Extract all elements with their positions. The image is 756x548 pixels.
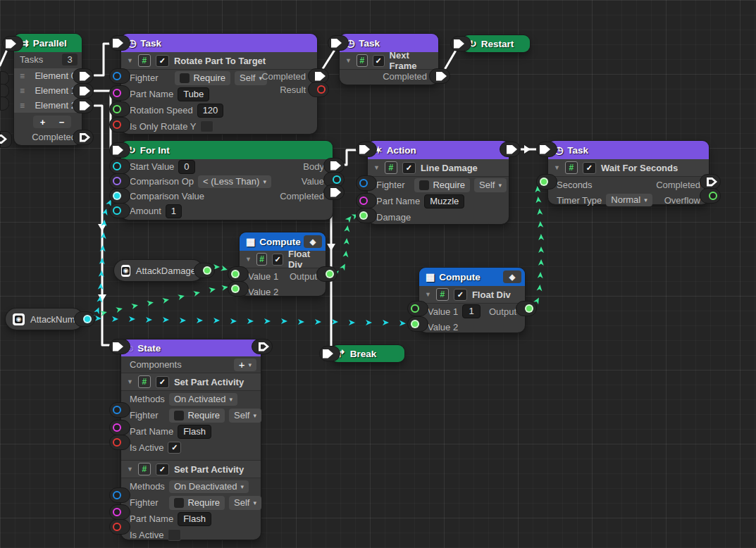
collapse-arrow-icon[interactable]: ▼ [554,164,560,171]
node-variable-attack-damage[interactable]: ◉ AttackDamage [114,260,203,281]
node-header[interactable]: ✶ Action [368,141,509,159]
require-button[interactable]: Require [169,496,225,510]
inspect-button[interactable]: ◈ [503,270,521,283]
flow-out-port[interactable] [252,339,273,354]
collapse-arrow-icon[interactable]: ▼ [127,57,133,64]
value1-port[interactable] [407,301,428,316]
overflow-out-port[interactable] [700,188,721,204]
is-only-rotate-y-checkbox[interactable] [200,120,213,132]
is-active-port[interactable] [109,435,130,450]
flow-in-port[interactable] [356,142,377,157]
self-dropdown[interactable]: Self ▾ [229,409,261,423]
node-task-next-frame[interactable]: ◷ Task ▼ # ✓ Next Frame Completed [340,34,438,85]
value1-field[interactable]: 1 [462,304,481,318]
part-name-field[interactable]: Tube [178,87,209,101]
flow-out-port[interactable] [500,142,521,157]
is-only-rotate-y-port[interactable] [109,117,130,132]
node-break[interactable]: ↱ Break [331,345,404,362]
amount-port[interactable] [109,203,130,218]
node-state[interactable]: ◌ State Components + ▾ ▼ # ✓ Set Part Ac… [121,340,261,540]
collapse-arrow-icon[interactable]: ▼ [127,378,133,385]
completed-out-port[interactable] [323,185,345,200]
require-button[interactable]: Require [175,71,230,85]
completed-out-port[interactable] [700,174,721,189]
part-name-field[interactable]: Flash [178,512,211,526]
damage-port[interactable] [356,208,377,223]
methods-dropdown[interactable]: On Deactivated ▾ [169,480,249,493]
body-out-port[interactable] [323,158,345,173]
flow-in-port[interactable] [109,142,130,158]
flow-in-port[interactable] [109,339,130,354]
part-name-port[interactable] [356,193,377,208]
amount-field[interactable]: 1 [166,204,182,218]
element0-out-port[interactable] [73,68,94,84]
start-value-port[interactable] [109,158,130,174]
node-compute-a[interactable]: ▦ Compute ◈ ▼ # ✓ Float Div Value 1 Outp… [240,232,326,296]
is-active-port[interactable] [109,519,130,535]
drag-handle-icon[interactable]: ≡ [20,86,25,96]
seconds-port[interactable] [536,174,557,189]
is-active-checkbox[interactable]: ✓ [168,442,181,454]
inspect-button[interactable]: ◈ [304,235,322,248]
enabled-checkbox[interactable]: ✓ [402,162,416,174]
enabled-checkbox[interactable]: ✓ [373,55,385,67]
enabled-checkbox[interactable]: ✓ [272,254,283,266]
wire-computeb-output-to-taskwait-seconds[interactable] [531,189,541,306]
timer-type-dropdown[interactable]: Normal ▾ [606,194,652,206]
add-element-button[interactable]: + [40,117,46,127]
collapse-arrow-icon[interactable]: ▼ [345,57,352,64]
flow-in-port[interactable] [319,346,340,361]
collapse-arrow-icon[interactable]: ▼ [373,164,380,171]
comparison-op-port[interactable] [109,173,130,189]
remove-element-button[interactable]: − [59,117,65,127]
enabled-checkbox[interactable]: ✓ [156,376,169,388]
node-action-line-damage[interactable]: ✶ Action ▼ # ✓ Line Damage Fighter Requi… [368,141,509,224]
list-item[interactable]: ≡ Element 1 [14,83,82,98]
wire-attacknum-to-computea-value2[interactable] [104,287,225,313]
drag-handle-icon[interactable]: ≡ [20,71,25,81]
flow-in-port[interactable] [109,35,130,51]
node-restart[interactable]: ↻ Restart [462,35,530,52]
node-for-int[interactable]: ↻ For Int Start Value 0 Body Comparison … [121,141,333,220]
enabled-checkbox[interactable]: ✓ [583,162,596,174]
node-header[interactable]: ↱ Break [331,345,404,362]
fighter-port[interactable] [356,175,377,191]
element1-out-port[interactable] [73,83,94,99]
node-parallel[interactable]: ⇉ Parallel Tasks 3 ≡ Element 0 ≡ Element… [14,34,82,145]
fighter-port[interactable] [109,402,130,418]
comparison-op-dropdown[interactable]: < (Less Than) ▾ [198,175,271,188]
completed-out-port[interactable] [429,68,450,84]
rotation-speed-port[interactable] [109,101,130,117]
node-header[interactable]: ◷ Task [548,141,709,159]
collapse-arrow-icon[interactable]: ▼ [127,466,133,473]
rotation-speed-field[interactable]: 120 [197,104,224,118]
value1-port[interactable] [228,266,249,282]
collapse-arrow-icon[interactable]: ▼ [245,256,252,263]
methods-dropdown[interactable]: On Activated ▾ [169,393,237,406]
self-dropdown[interactable]: Self ▾ [229,496,261,510]
collapse-arrow-icon[interactable]: ▼ [425,291,431,298]
node-task-rotate[interactable]: ◷ Task ▼ # ✓ Rotate Part To Target Fight… [121,34,317,134]
add-component-button[interactable]: + ▾ [234,359,256,371]
list-item[interactable]: ≡ Element 0 [14,68,82,83]
start-value-field[interactable]: 0 [178,160,194,174]
output-port[interactable] [516,301,537,316]
part-name-port[interactable] [109,504,130,520]
completed-out-port[interactable] [73,130,94,145]
require-button[interactable]: Require [169,409,225,423]
value2-port[interactable] [407,316,428,332]
comparison-value-port[interactable] [109,188,130,204]
flow-in-port[interactable] [328,35,349,51]
is-active-checkbox[interactable] [168,529,181,541]
flow-in-port[interactable] [450,36,471,51]
value-out-port[interactable] [194,263,215,278]
part-name-port[interactable] [109,420,130,435]
require-button[interactable]: Require [414,178,470,192]
node-header[interactable]: ↻ For Int [121,141,333,159]
self-dropdown[interactable]: Self ▾ [474,178,507,192]
node-header[interactable]: ▦ Compute ◈ [419,268,525,286]
node-task-wait[interactable]: ◷ Task ▼ # ✓ Wait For Seconds Seconds Co… [548,141,709,204]
result-out-port[interactable] [308,82,329,97]
wire-computea-output-to-action-damage[interactable] [337,216,356,273]
fighter-port[interactable] [109,68,130,84]
